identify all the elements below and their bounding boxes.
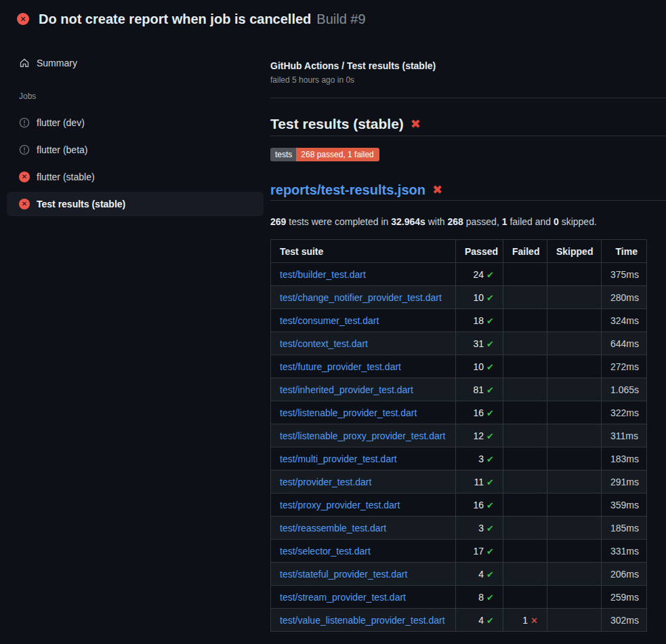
failed-cell: [503, 332, 547, 355]
summary-segment: 268: [448, 216, 463, 227]
badge-value: 268 passed, 1 failed: [296, 148, 379, 161]
failed-cell: [503, 494, 547, 517]
suite-link[interactable]: test/consumer_test.dart: [280, 315, 379, 326]
column-header: Test suite: [271, 240, 456, 263]
summary-segment: with: [425, 216, 448, 227]
sidebar-item-label: flutter (dev): [37, 117, 85, 128]
suite-link[interactable]: test/selector_test.dart: [280, 546, 371, 557]
passed-cell: 4✔: [456, 609, 503, 632]
time-cell: 359ms: [602, 494, 647, 517]
failed-cell: [503, 540, 547, 563]
summary-line: 269 tests were completed in 32.964s with…: [270, 216, 666, 227]
suite-cell: test/consumer_test.dart: [271, 309, 456, 332]
time-cell: 302ms: [602, 609, 647, 632]
suite-link[interactable]: test/listenable_provider_test.dart: [280, 407, 417, 418]
suite-cell: test/value_listenable_provider_test.dart: [271, 609, 456, 632]
sidebar-item-flutter-stable[interactable]: ✕flutter (stable): [7, 165, 264, 189]
passed-count: 16: [474, 500, 484, 510]
suite-link[interactable]: test/proxy_provider_test.dart: [280, 500, 400, 510]
sidebar-item-test-results-stable[interactable]: ✕Test results (stable): [7, 192, 264, 216]
suite-link[interactable]: test/builder_test.dart: [280, 269, 366, 280]
failed-icon: ✕: [19, 172, 30, 182]
skipped-cell: [547, 378, 602, 401]
sidebar-item-label: Test results (stable): [37, 199, 125, 209]
passed-count: 11: [474, 477, 484, 487]
table-row: test/builder_test.dart24✔375ms: [271, 263, 647, 286]
suite-cell: test/change_notifier_provider_test.dart: [271, 286, 456, 309]
suite-cell: test/builder_test.dart: [271, 263, 456, 286]
summary-segment: 0: [554, 216, 559, 227]
passed-count: 81: [474, 384, 484, 395]
sidebar-item-label: flutter (stable): [37, 172, 95, 182]
suite-link[interactable]: test/stream_provider_test.dart: [280, 592, 406, 603]
suite-cell: test/selector_test.dart: [271, 540, 456, 563]
skipped-cell: [547, 447, 602, 470]
check-icon: ✔: [486, 592, 494, 603]
suite-link[interactable]: test/reassemble_test.dart: [280, 523, 386, 534]
passed-cell: 3✔: [456, 447, 503, 470]
table-row: test/reassemble_test.dart3✔185ms: [271, 517, 647, 540]
check-icon: ✔: [486, 477, 494, 487]
suite-link[interactable]: test/value_listenable_provider_test.dart: [280, 615, 445, 626]
job-list: flutter (dev)flutter (beta)✕flutter (sta…: [0, 110, 270, 216]
report-title: reports/test-results.json ✖: [270, 182, 666, 201]
skipped-cell: [547, 517, 602, 540]
check-icon: ✔: [486, 500, 494, 510]
suite-link[interactable]: test/inherited_provider_test.dart: [280, 384, 413, 395]
badge-label: tests: [270, 148, 296, 161]
time-cell: 272ms: [602, 355, 647, 378]
passed-count: 10: [474, 292, 484, 303]
skipped-cell: [547, 286, 602, 309]
suite-link[interactable]: test/stateful_provider_test.dart: [280, 569, 407, 580]
table-row: test/inherited_provider_test.dart81✔1.06…: [271, 378, 647, 401]
time-cell: 311ms: [602, 424, 647, 447]
skipped-cell: [547, 609, 602, 632]
run-failed-icon: ✕: [17, 13, 29, 25]
tests-badge: tests 268 passed, 1 failed: [270, 148, 379, 161]
suite-link[interactable]: test/multi_provider_test.dart: [280, 454, 397, 464]
skipped-cell: [547, 494, 602, 517]
summary-segment: skipped.: [559, 216, 597, 227]
column-header: Failed: [503, 240, 547, 263]
passed-cell: 17✔: [456, 540, 503, 563]
table-row: test/listenable_proxy_provider_test.dart…: [271, 424, 647, 447]
check-icon: ✔: [486, 431, 494, 441]
table-row: test/context_test.dart31✔644ms: [271, 332, 647, 355]
sidebar-item-flutter-beta[interactable]: flutter (beta): [7, 138, 264, 162]
build-number: Build #9: [316, 12, 365, 27]
suite-link[interactable]: test/provider_test.dart: [280, 477, 371, 487]
time-cell: 259ms: [602, 586, 647, 609]
suite-link[interactable]: test/context_test.dart: [280, 338, 368, 349]
passed-cell: 4✔: [456, 563, 503, 586]
suite-link[interactable]: test/listenable_proxy_provider_test.dart: [280, 430, 445, 441]
sidebar-item-flutter-dev[interactable]: flutter (dev): [7, 110, 264, 135]
failed-cell: [503, 355, 547, 378]
check-icon: ✔: [486, 569, 494, 580]
time-cell: 280ms: [602, 286, 647, 309]
sidebar-item-summary[interactable]: Summary: [7, 51, 264, 75]
cancelled-icon: [19, 117, 30, 128]
cross-mark-icon: ✖: [432, 184, 442, 196]
passed-cell: 18✔: [456, 309, 503, 332]
skipped-cell: [547, 355, 602, 378]
suite-cell: test/reassemble_test.dart: [271, 517, 456, 540]
passed-cell: 16✔: [456, 401, 503, 424]
table-row: test/provider_test.dart11✔291ms: [271, 470, 647, 494]
breadcrumb: GitHub Actions / Test results (stable): [270, 60, 666, 72]
passed-count: 18: [474, 315, 484, 326]
suite-cell: test/listenable_provider_test.dart: [271, 401, 456, 424]
check-icon: ✔: [486, 546, 494, 557]
summary-segment: 1: [502, 216, 507, 227]
suite-cell: test/stream_provider_test.dart: [271, 586, 456, 609]
table-row: test/stateful_provider_test.dart4✔206ms: [271, 563, 647, 586]
passed-cell: 3✔: [456, 517, 503, 540]
report-link[interactable]: reports/test-results.json: [270, 182, 425, 197]
suite-cell: test/stateful_provider_test.dart: [271, 563, 456, 586]
suite-link[interactable]: test/future_provider_test.dart: [280, 361, 401, 372]
passed-count: 3: [478, 523, 484, 534]
suite-link[interactable]: test/change_notifier_provider_test.dart: [280, 292, 442, 303]
cancelled-icon: [19, 144, 30, 155]
table-row: test/change_notifier_provider_test.dart1…: [271, 286, 647, 309]
time-cell: 185ms: [602, 517, 647, 540]
check-icon: ✔: [486, 616, 494, 626]
